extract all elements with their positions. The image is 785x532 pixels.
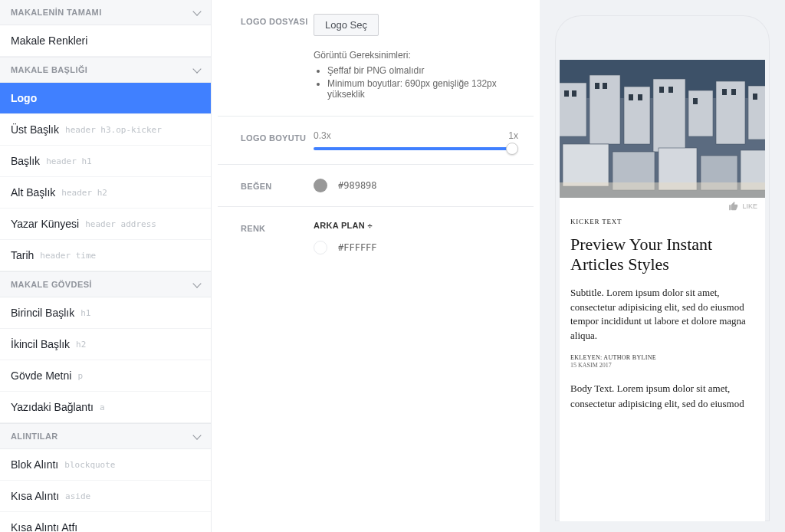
sidebar-item-label: Makale Renkleri — [11, 34, 87, 47]
preview-date: 15 KASIM 2017 — [570, 362, 754, 369]
section-header-article-header[interactable]: MAKALE BAŞLIĞI — [0, 57, 211, 83]
sidebar: MAKALENİN TAMAMI Makale Renkleri MAKALE … — [0, 0, 212, 532]
sidebar-item-label: Blok Alıntı — [11, 458, 58, 471]
color-tab-background[interactable]: ARKA PLAN ÷ — [314, 221, 518, 230]
field-label: LOGO DOSYASI — [241, 14, 314, 102]
svg-rect-9 — [563, 144, 609, 186]
sidebar-item-label: Alt Başlık — [11, 186, 55, 199]
sidebar-item-title[interactable]: Başlık header h1 — [0, 146, 211, 177]
sidebar-item-hint: p — [77, 371, 83, 381]
svg-rect-18 — [629, 94, 633, 100]
preview-body: Body Text. Lorem ipsum dolor sit amet, c… — [570, 381, 754, 411]
svg-rect-25 — [753, 94, 757, 100]
sidebar-item-aside[interactable]: Kısa Alıntı aside — [0, 481, 211, 512]
section-title: MAKALENİN TAMAMI — [11, 8, 102, 17]
hero-image — [560, 60, 765, 198]
sidebar-item-hint: header h2 — [61, 188, 107, 198]
field-label: LOGO BOYUTU — [241, 130, 314, 150]
svg-rect-7 — [716, 81, 745, 144]
requirement-item: Şeffaf bir PNG olmalıdır — [327, 65, 518, 76]
field-like-color: BEĞEN #989898 — [218, 165, 534, 207]
slider-fill — [314, 147, 512, 150]
svg-rect-14 — [564, 90, 569, 97]
slider-thumb[interactable] — [506, 143, 518, 155]
sidebar-item-kicker[interactable]: Üst Başlık header h3.op-kicker — [0, 114, 211, 146]
sidebar-item-hint: header h1 — [46, 156, 92, 166]
svg-rect-17 — [603, 83, 607, 89]
color-swatch[interactable] — [314, 241, 327, 255]
sidebar-item-label: Birincil Başlık — [11, 307, 74, 319]
sidebar-item-h1[interactable]: Birincil Başlık h1 — [0, 297, 211, 329]
preview-subtitle: Subtitle. Lorem ipsum dolor sit amet, co… — [570, 286, 754, 343]
field-logo-file: LOGO DOSYASI Logo Seç Görüntü Gereksinim… — [218, 0, 534, 117]
svg-rect-20 — [659, 87, 664, 93]
sidebar-item-hint: blockquote — [64, 460, 115, 470]
sidebar-item-hint: a — [100, 402, 105, 412]
field-label: BEĞEN — [241, 179, 314, 192]
sidebar-item-label: Kısa Alıntı Atfı — [11, 521, 77, 532]
sidebar-item-byline[interactable]: Yazar Künyesi header address — [0, 209, 211, 240]
svg-rect-22 — [693, 98, 698, 104]
field-logo-size: LOGO BOYUTU 0.3x 1x — [218, 117, 534, 165]
requirement-item: Minimum boyutlar: 690px genişliğe 132px … — [327, 78, 518, 100]
chevron-down-icon — [192, 279, 201, 287]
requirements-list: Şeffaf bir PNG olmalıdır Minimum boyutla… — [327, 65, 518, 100]
like-label: LIKE — [742, 202, 757, 210]
sidebar-item-aside-attr[interactable]: Kısa Alıntı Atfı — [0, 512, 211, 532]
color-hex: #FFFFFF — [338, 242, 377, 253]
slider-min: 0.3x — [314, 130, 331, 141]
sidebar-item-label: Kısa Alıntı — [11, 490, 59, 502]
sidebar-item-hint: header address — [85, 219, 156, 229]
preview-byline: EKLEYEN: AUTHOR BYLINE — [570, 354, 754, 361]
svg-rect-4 — [624, 87, 650, 144]
sidebar-item-label: Yazıdaki Bağlantı — [11, 401, 94, 413]
field-label: RENK — [241, 221, 314, 255]
section-header-article-body[interactable]: MAKALE GÖVDESİ — [0, 271, 211, 297]
sidebar-item-hint: h1 — [80, 308, 90, 318]
chevron-down-icon — [192, 431, 201, 439]
sidebar-item-date[interactable]: Tarih header time — [0, 240, 211, 271]
requirements-title: Görüntü Gereksinimleri: — [314, 50, 518, 61]
field-color: RENK ARKA PLAN ÷ #FFFFFF — [218, 207, 534, 268]
svg-rect-19 — [638, 94, 642, 100]
color-hex: #989898 — [338, 180, 377, 191]
article-preview: LIKE KICKER TEXT Preview Your Instant Ar… — [560, 60, 765, 521]
sidebar-item-hint: header time — [40, 251, 96, 261]
sidebar-item-hint: header h3.op-kicker — [65, 125, 162, 135]
slider-max: 1x — [508, 130, 518, 141]
sidebar-item-label: Başlık — [11, 155, 40, 167]
svg-rect-23 — [722, 89, 727, 95]
sidebar-item-body-text[interactable]: Gövde Metni p — [0, 360, 211, 392]
article-content: KICKER TEXT Preview Your Instant Article… — [560, 213, 765, 422]
svg-rect-24 — [731, 89, 736, 95]
sidebar-item-label: Tarih — [11, 249, 34, 261]
svg-rect-15 — [572, 90, 576, 97]
choose-logo-button[interactable]: Logo Seç — [314, 14, 379, 36]
settings-panel: LOGO DOSYASI Logo Seç Görüntü Gereksinim… — [212, 0, 540, 532]
section-header-quotes[interactable]: ALINTILAR — [0, 423, 211, 449]
sidebar-item-link[interactable]: Yazıdaki Bağlantı a — [0, 392, 211, 423]
preview-title: Preview Your Instant Articles Styles — [570, 235, 754, 275]
preview-pane: LIKE KICKER TEXT Preview Your Instant Ar… — [540, 0, 785, 532]
sidebar-item-label: Üst Başlık — [11, 123, 59, 136]
sidebar-item-label: İkincil Başlık — [11, 338, 70, 350]
sidebar-item-hint: aside — [65, 491, 90, 501]
section-title: MAKALE GÖVDESİ — [11, 280, 92, 289]
sidebar-item-logo[interactable]: Logo — [0, 83, 211, 114]
color-swatch[interactable] — [314, 179, 327, 192]
section-header-article-all[interactable]: MAKALENİN TAMAMI — [0, 0, 211, 25]
thumb-up-icon — [728, 201, 739, 212]
preview-kicker: KICKER TEXT — [570, 218, 754, 225]
sidebar-item-h2[interactable]: İkincil Başlık h2 — [0, 329, 211, 360]
chevron-down-icon — [192, 64, 201, 73]
chevron-down-icon — [192, 7, 201, 15]
sidebar-item-article-colors[interactable]: Makale Renkleri — [0, 25, 211, 57]
section-title: ALINTILAR — [11, 432, 58, 441]
like-row: LIKE — [560, 198, 765, 213]
logo-size-slider[interactable] — [314, 147, 518, 150]
svg-rect-26 — [560, 182, 765, 198]
section-title: MAKALE BAŞLIĞI — [11, 65, 87, 74]
sidebar-item-blockquote[interactable]: Blok Alıntı blockquote — [0, 449, 211, 481]
svg-rect-21 — [668, 87, 673, 93]
sidebar-item-subtitle[interactable]: Alt Başlık header h2 — [0, 177, 211, 209]
